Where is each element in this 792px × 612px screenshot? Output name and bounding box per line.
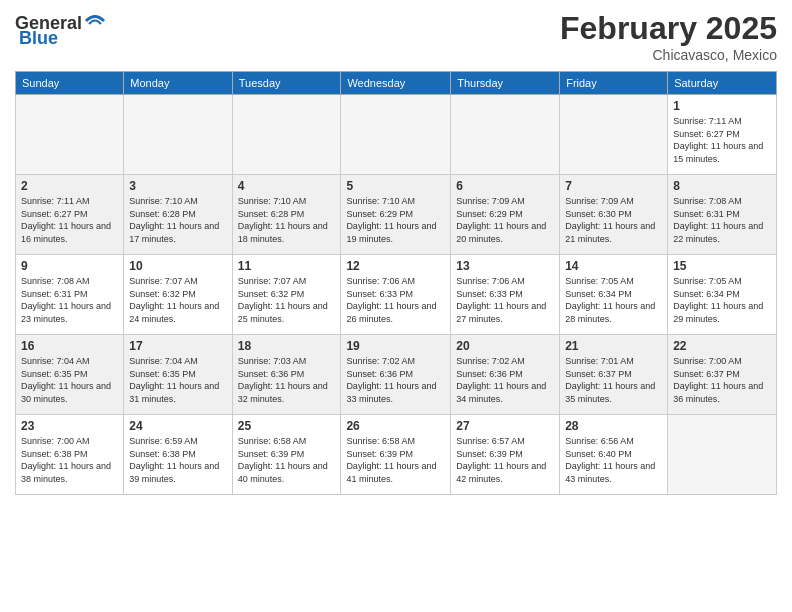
day-info: Sunrise: 7:00 AM Sunset: 6:37 PM Dayligh…	[673, 355, 771, 405]
day-number: 12	[346, 259, 445, 273]
day-info: Sunrise: 7:11 AM Sunset: 6:27 PM Dayligh…	[21, 195, 118, 245]
day-info: Sunrise: 7:01 AM Sunset: 6:37 PM Dayligh…	[565, 355, 662, 405]
day-number: 22	[673, 339, 771, 353]
day-number: 13	[456, 259, 554, 273]
day-info: Sunrise: 6:57 AM Sunset: 6:39 PM Dayligh…	[456, 435, 554, 485]
day-info: Sunrise: 7:06 AM Sunset: 6:33 PM Dayligh…	[456, 275, 554, 325]
day-info: Sunrise: 7:05 AM Sunset: 6:34 PM Dayligh…	[673, 275, 771, 325]
day-number: 19	[346, 339, 445, 353]
calendar-week-row: 16Sunrise: 7:04 AM Sunset: 6:35 PM Dayli…	[16, 335, 777, 415]
calendar-week-row: 2Sunrise: 7:11 AM Sunset: 6:27 PM Daylig…	[16, 175, 777, 255]
main-title: February 2025	[560, 10, 777, 47]
calendar-day-header: Wednesday	[341, 72, 451, 95]
calendar-day-cell: 4Sunrise: 7:10 AM Sunset: 6:28 PM Daylig…	[232, 175, 341, 255]
day-info: Sunrise: 7:10 AM Sunset: 6:29 PM Dayligh…	[346, 195, 445, 245]
day-info: Sunrise: 7:02 AM Sunset: 6:36 PM Dayligh…	[456, 355, 554, 405]
day-info: Sunrise: 7:02 AM Sunset: 6:36 PM Dayligh…	[346, 355, 445, 405]
day-info: Sunrise: 7:10 AM Sunset: 6:28 PM Dayligh…	[129, 195, 226, 245]
day-number: 21	[565, 339, 662, 353]
calendar-day-cell: 12Sunrise: 7:06 AM Sunset: 6:33 PM Dayli…	[341, 255, 451, 335]
calendar-day-cell: 11Sunrise: 7:07 AM Sunset: 6:32 PM Dayli…	[232, 255, 341, 335]
calendar-day-cell: 19Sunrise: 7:02 AM Sunset: 6:36 PM Dayli…	[341, 335, 451, 415]
calendar-week-row: 9Sunrise: 7:08 AM Sunset: 6:31 PM Daylig…	[16, 255, 777, 335]
day-info: Sunrise: 7:08 AM Sunset: 6:31 PM Dayligh…	[673, 195, 771, 245]
day-number: 20	[456, 339, 554, 353]
day-info: Sunrise: 7:03 AM Sunset: 6:36 PM Dayligh…	[238, 355, 336, 405]
calendar-day-cell: 23Sunrise: 7:00 AM Sunset: 6:38 PM Dayli…	[16, 415, 124, 495]
calendar-day-cell	[232, 95, 341, 175]
day-info: Sunrise: 7:09 AM Sunset: 6:29 PM Dayligh…	[456, 195, 554, 245]
day-number: 25	[238, 419, 336, 433]
day-number: 4	[238, 179, 336, 193]
calendar-day-cell	[560, 95, 668, 175]
day-info: Sunrise: 7:06 AM Sunset: 6:33 PM Dayligh…	[346, 275, 445, 325]
calendar-day-cell: 2Sunrise: 7:11 AM Sunset: 6:27 PM Daylig…	[16, 175, 124, 255]
logo: General Blue	[15, 10, 106, 49]
day-number: 10	[129, 259, 226, 273]
calendar-day-header: Sunday	[16, 72, 124, 95]
calendar-day-header: Monday	[124, 72, 232, 95]
calendar-day-cell: 5Sunrise: 7:10 AM Sunset: 6:29 PM Daylig…	[341, 175, 451, 255]
day-info: Sunrise: 7:11 AM Sunset: 6:27 PM Dayligh…	[673, 115, 771, 165]
day-number: 14	[565, 259, 662, 273]
calendar-day-cell: 28Sunrise: 6:56 AM Sunset: 6:40 PM Dayli…	[560, 415, 668, 495]
calendar-day-header: Thursday	[451, 72, 560, 95]
calendar-day-cell: 9Sunrise: 7:08 AM Sunset: 6:31 PM Daylig…	[16, 255, 124, 335]
day-info: Sunrise: 6:58 AM Sunset: 6:39 PM Dayligh…	[346, 435, 445, 485]
calendar-day-cell: 26Sunrise: 6:58 AM Sunset: 6:39 PM Dayli…	[341, 415, 451, 495]
day-number: 5	[346, 179, 445, 193]
day-number: 23	[21, 419, 118, 433]
day-number: 17	[129, 339, 226, 353]
day-info: Sunrise: 6:58 AM Sunset: 6:39 PM Dayligh…	[238, 435, 336, 485]
day-info: Sunrise: 7:07 AM Sunset: 6:32 PM Dayligh…	[238, 275, 336, 325]
day-info: Sunrise: 7:09 AM Sunset: 6:30 PM Dayligh…	[565, 195, 662, 245]
day-number: 24	[129, 419, 226, 433]
day-number: 26	[346, 419, 445, 433]
calendar-day-header: Friday	[560, 72, 668, 95]
page-container: General Blue February 2025 Chicavasco, M…	[0, 0, 792, 505]
calendar-day-cell: 3Sunrise: 7:10 AM Sunset: 6:28 PM Daylig…	[124, 175, 232, 255]
subtitle: Chicavasco, Mexico	[560, 47, 777, 63]
day-number: 8	[673, 179, 771, 193]
day-number: 28	[565, 419, 662, 433]
calendar-header-row: SundayMondayTuesdayWednesdayThursdayFrid…	[16, 72, 777, 95]
calendar-day-cell: 8Sunrise: 7:08 AM Sunset: 6:31 PM Daylig…	[668, 175, 777, 255]
calendar-day-cell: 21Sunrise: 7:01 AM Sunset: 6:37 PM Dayli…	[560, 335, 668, 415]
calendar-day-header: Saturday	[668, 72, 777, 95]
day-number: 27	[456, 419, 554, 433]
day-info: Sunrise: 6:56 AM Sunset: 6:40 PM Dayligh…	[565, 435, 662, 485]
calendar-day-cell: 15Sunrise: 7:05 AM Sunset: 6:34 PM Dayli…	[668, 255, 777, 335]
calendar-day-cell: 27Sunrise: 6:57 AM Sunset: 6:39 PM Dayli…	[451, 415, 560, 495]
calendar-week-row: 1Sunrise: 7:11 AM Sunset: 6:27 PM Daylig…	[16, 95, 777, 175]
calendar-day-header: Tuesday	[232, 72, 341, 95]
day-number: 1	[673, 99, 771, 113]
day-info: Sunrise: 7:04 AM Sunset: 6:35 PM Dayligh…	[21, 355, 118, 405]
calendar-day-cell: 10Sunrise: 7:07 AM Sunset: 6:32 PM Dayli…	[124, 255, 232, 335]
calendar-day-cell: 18Sunrise: 7:03 AM Sunset: 6:36 PM Dayli…	[232, 335, 341, 415]
calendar-day-cell	[16, 95, 124, 175]
day-info: Sunrise: 6:59 AM Sunset: 6:38 PM Dayligh…	[129, 435, 226, 485]
logo-blue: Blue	[19, 28, 58, 49]
day-info: Sunrise: 7:04 AM Sunset: 6:35 PM Dayligh…	[129, 355, 226, 405]
calendar-day-cell: 24Sunrise: 6:59 AM Sunset: 6:38 PM Dayli…	[124, 415, 232, 495]
calendar-day-cell: 6Sunrise: 7:09 AM Sunset: 6:29 PM Daylig…	[451, 175, 560, 255]
calendar-week-row: 23Sunrise: 7:00 AM Sunset: 6:38 PM Dayli…	[16, 415, 777, 495]
day-info: Sunrise: 7:05 AM Sunset: 6:34 PM Dayligh…	[565, 275, 662, 325]
day-number: 7	[565, 179, 662, 193]
logo-icon	[84, 10, 106, 32]
calendar-day-cell	[341, 95, 451, 175]
day-number: 18	[238, 339, 336, 353]
day-info: Sunrise: 7:10 AM Sunset: 6:28 PM Dayligh…	[238, 195, 336, 245]
day-number: 15	[673, 259, 771, 273]
calendar-day-cell: 7Sunrise: 7:09 AM Sunset: 6:30 PM Daylig…	[560, 175, 668, 255]
day-number: 6	[456, 179, 554, 193]
calendar-day-cell: 14Sunrise: 7:05 AM Sunset: 6:34 PM Dayli…	[560, 255, 668, 335]
calendar-day-cell: 16Sunrise: 7:04 AM Sunset: 6:35 PM Dayli…	[16, 335, 124, 415]
calendar-day-cell	[451, 95, 560, 175]
calendar-day-cell: 13Sunrise: 7:06 AM Sunset: 6:33 PM Dayli…	[451, 255, 560, 335]
calendar-day-cell	[124, 95, 232, 175]
calendar-day-cell: 17Sunrise: 7:04 AM Sunset: 6:35 PM Dayli…	[124, 335, 232, 415]
day-info: Sunrise: 7:08 AM Sunset: 6:31 PM Dayligh…	[21, 275, 118, 325]
calendar-day-cell	[668, 415, 777, 495]
day-number: 9	[21, 259, 118, 273]
